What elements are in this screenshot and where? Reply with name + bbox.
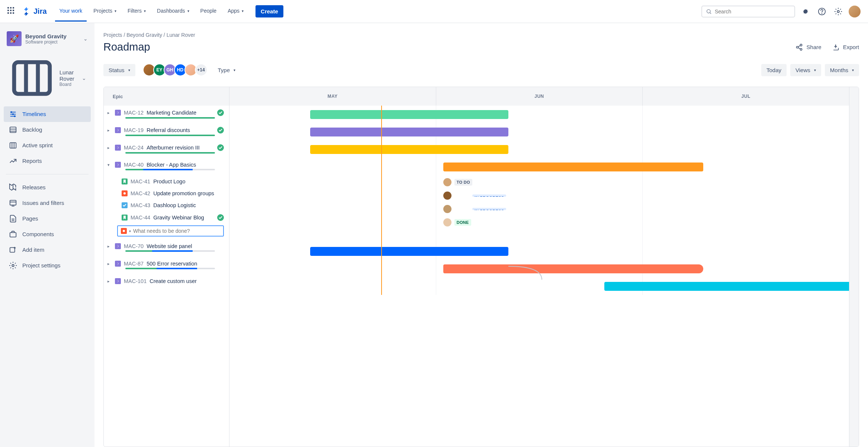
chevron-down-icon[interactable]: ▾: [107, 163, 112, 167]
chevron-right-icon[interactable]: ▸: [107, 244, 112, 249]
epic-row[interactable]: ▸ MAC-87 500 Error reservation: [104, 257, 229, 274]
epic-row[interactable]: ▸ MAC-24 Afterburner revision III: [104, 141, 229, 158]
issue-key[interactable]: MAC-101: [124, 278, 147, 284]
issue-title[interactable]: Marketing Candidate: [147, 110, 196, 116]
app-switcher-icon[interactable]: [7, 7, 16, 16]
issue-title[interactable]: Blocker - App Basics: [147, 162, 196, 168]
epic-bar[interactable]: [310, 110, 508, 119]
epic-row[interactable]: ▸ MAC-19 Referral discounts: [104, 123, 229, 141]
search-input[interactable]: [715, 9, 791, 15]
issue-title[interactable]: Afterburner revision III: [147, 145, 200, 151]
project-header[interactable]: 🚀 Beyond Gravity Software project ⌄: [4, 30, 91, 52]
timeline-body[interactable]: TO DO IN PROGRESS IN PROGRESS DONE: [229, 106, 849, 295]
issue-title[interactable]: Product Logo: [153, 179, 185, 184]
status-lozenge[interactable]: TO DO: [454, 179, 472, 186]
status-filter[interactable]: Status▾: [103, 64, 135, 76]
chevron-right-icon[interactable]: ▸: [107, 279, 112, 284]
epic-bar[interactable]: [443, 264, 704, 273]
inline-create[interactable]: ▾: [117, 225, 224, 237]
issue-key[interactable]: MAC-42: [131, 190, 150, 196]
breadcrumb-project[interactable]: Beyond Gravity: [126, 32, 162, 38]
issue-key[interactable]: MAC-12: [124, 110, 144, 116]
issue-key[interactable]: MAC-40: [124, 162, 144, 168]
sidebar-item-timelines[interactable]: Timelines: [4, 106, 91, 122]
epic-row[interactable]: ▾ MAC-40 Blocker - App Basics: [104, 158, 229, 176]
export-button[interactable]: Export: [832, 44, 859, 51]
epic-bar[interactable]: [310, 145, 508, 154]
epic-row[interactable]: ▸ MAC-101 Create custom user: [104, 274, 229, 292]
issue-title[interactable]: Gravity Webinar Blog: [153, 215, 204, 221]
issue-key[interactable]: MAC-24: [124, 145, 144, 151]
sidebar-item-pages[interactable]: Pages: [4, 211, 91, 226]
months-button[interactable]: Months▾: [825, 64, 859, 76]
assignee-avatars[interactable]: EYGHHD+14: [143, 64, 208, 76]
jira-logo[interactable]: Jira: [22, 7, 47, 16]
epic-bar[interactable]: [443, 163, 704, 171]
settings-icon[interactable]: [832, 6, 844, 17]
create-button[interactable]: Create: [255, 5, 283, 17]
sidebar-item-backlog[interactable]: Backlog: [4, 122, 91, 138]
chevron-right-icon[interactable]: ▸: [107, 128, 112, 133]
issue-key[interactable]: MAC-70: [124, 243, 144, 249]
sidebar-item-releases[interactable]: Releases: [4, 180, 91, 195]
search-box[interactable]: [701, 6, 795, 17]
chevron-right-icon[interactable]: ▸: [107, 145, 112, 150]
epic-bar[interactable]: [310, 128, 508, 136]
issue-title[interactable]: Referral discounts: [147, 127, 190, 133]
epic-bar[interactable]: [310, 247, 508, 256]
chevron-right-icon[interactable]: ▸: [107, 110, 112, 115]
assignee-avatar[interactable]: [443, 192, 451, 200]
epic-row[interactable]: ▸ MAC-12 Marketing Candidate: [104, 106, 229, 123]
sidebar-item-add-item[interactable]: Add item: [4, 242, 91, 258]
type-filter[interactable]: Type▾: [218, 67, 236, 73]
child-issue-row[interactable]: MAC-44 Gravity Webinar Blog: [104, 211, 229, 224]
notifications-icon[interactable]: [800, 6, 811, 17]
chevron-right-icon[interactable]: ▸: [107, 261, 112, 266]
issue-title[interactable]: Dashloop Logistic: [153, 202, 196, 208]
status-lozenge[interactable]: IN PROGRESS: [472, 194, 507, 197]
nav-item-people[interactable]: People: [196, 1, 221, 22]
assignee-avatar[interactable]: [443, 178, 451, 186]
epic-bar[interactable]: [604, 282, 849, 291]
assignee-avatar[interactable]: [443, 218, 451, 226]
help-icon[interactable]: [816, 6, 828, 17]
issue-key[interactable]: MAC-19: [124, 127, 144, 133]
issue-key[interactable]: MAC-41: [131, 179, 150, 184]
share-button[interactable]: Share: [795, 44, 822, 51]
today-button[interactable]: Today: [761, 64, 787, 76]
issue-key[interactable]: MAC-43: [131, 202, 150, 208]
nav-item-projects[interactable]: Projects▾: [89, 1, 121, 22]
views-button[interactable]: Views▾: [790, 64, 821, 76]
sidebar-item-issues-and-filters[interactable]: Issues and filters: [4, 195, 91, 211]
issue-title[interactable]: Create custom user: [150, 278, 197, 284]
inline-create-input[interactable]: [133, 228, 220, 234]
avatar[interactable]: +14: [195, 64, 208, 76]
nav-item-apps[interactable]: Apps▾: [223, 1, 248, 22]
breadcrumb-projects[interactable]: Projects: [103, 32, 122, 38]
sidebar-item-reports[interactable]: Reports: [4, 153, 91, 169]
status-lozenge[interactable]: DONE: [454, 219, 471, 226]
sidebar-item-project-settings[interactable]: Project settings: [4, 258, 91, 273]
user-avatar[interactable]: [849, 6, 861, 17]
issue-title[interactable]: Update promotion groups: [153, 190, 214, 196]
issue-title[interactable]: 500 Error reservation: [147, 261, 197, 267]
issue-title[interactable]: Website side panel: [147, 243, 192, 249]
sidebar-item-active-sprint[interactable]: Active sprint: [4, 138, 91, 153]
assignee-avatar[interactable]: [443, 205, 451, 213]
epic-row[interactable]: ▸ MAC-70 Website side panel: [104, 239, 229, 257]
issue-key[interactable]: MAC-44: [131, 215, 150, 221]
sidebar-item-components[interactable]: Components: [4, 226, 91, 242]
nav-item-dashboards[interactable]: Dashboards▾: [152, 1, 194, 22]
chevron-down-icon[interactable]: ⌄: [82, 75, 86, 81]
add-column[interactable]: [849, 87, 859, 447]
nav-item-filters[interactable]: Filters▾: [123, 1, 150, 22]
nav-item-your-work[interactable]: Your work: [55, 1, 87, 22]
chevron-down-icon[interactable]: ▾: [129, 229, 131, 233]
child-issue-row[interactable]: MAC-42 Update promotion groups: [104, 187, 229, 199]
child-issue-row[interactable]: MAC-41 Product Logo: [104, 176, 229, 187]
breadcrumb-board[interactable]: Lunar Rover: [167, 32, 195, 38]
chevron-down-icon[interactable]: ⌄: [83, 36, 88, 42]
status-lozenge[interactable]: IN PROGRESS: [472, 208, 507, 210]
child-issue-row[interactable]: MAC-43 Dashloop Logistic: [104, 199, 229, 211]
board-header[interactable]: Lunar Rover Board ⌄: [4, 52, 91, 106]
